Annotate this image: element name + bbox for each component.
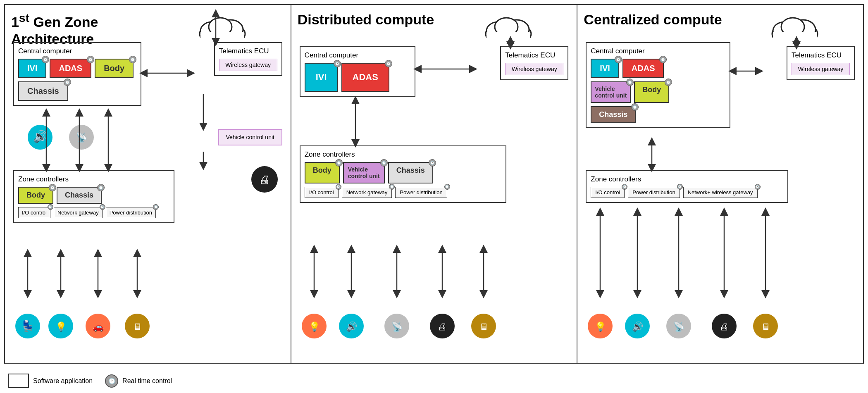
- telematics-3: Telematics ECU Wireless gateway: [787, 46, 855, 80]
- zc-body-1: Body 🕐: [18, 187, 53, 204]
- chip-adas-1: ADAS 🕐: [50, 59, 91, 78]
- icon-speaker-3: 🔊: [625, 314, 650, 340]
- small-netwireless-3: Network+ wireless gateway 🕐: [683, 187, 758, 198]
- zc2-label: Zone controllers: [305, 150, 501, 159]
- icon-headlight-1: 💡: [48, 314, 73, 340]
- clock-ivi-1: 🕐: [42, 56, 49, 63]
- icon-headlight-3: 💡: [588, 314, 613, 340]
- icon-circuit-2: 🖥: [471, 314, 496, 340]
- legend-realtime-label: Real time control: [122, 377, 172, 385]
- chip-ivi-3: IVI 🕐: [591, 59, 619, 78]
- clock-adas-1: 🕐: [87, 56, 94, 63]
- panel-centralized: Centralized compute Central computer IVI…: [577, 5, 863, 363]
- chip-adas-3: ADAS 🕐: [622, 59, 664, 78]
- svg-text:🔊: 🔊: [632, 321, 644, 332]
- cloud-icon-1: [196, 11, 249, 46]
- svg-text:💡: 💡: [308, 321, 320, 332]
- clock-zcbody-1: 🕐: [49, 184, 56, 191]
- icon-printer-1: 🖨: [251, 166, 278, 195]
- cloud-icon-2: [482, 11, 535, 46]
- clock-ivi-2: 🕐: [334, 60, 341, 67]
- central-computer-2: Central computer IVI 🕐 ADAS 🕐: [300, 46, 415, 97]
- chip-body-3: Body 🕐: [634, 81, 669, 103]
- svg-text:🖨: 🖨: [720, 322, 729, 332]
- svg-text:🖥: 🖥: [133, 322, 142, 332]
- icon-wifi-1: 📡: [69, 125, 94, 151]
- central-computer-1: Central computer IVI 🕐 ADAS 🕐 Body 🕐 Cha…: [13, 42, 141, 106]
- telematics-1-label: Telematics ECU: [219, 47, 277, 55]
- svg-text:💺: 💺: [21, 319, 35, 333]
- small-powerdist-1: Power distribution 🕐: [106, 207, 156, 218]
- small-powerdist-2: Power distribution 🕐: [395, 187, 447, 198]
- small-netgw-1: Network gateway 🕐: [54, 207, 103, 218]
- svg-text:📡: 📡: [76, 132, 88, 143]
- chip-body-1: Body 🕐: [95, 59, 134, 78]
- clock-zcchassis-1: 🕐: [97, 184, 105, 191]
- icon-seat-1: 💺: [15, 314, 40, 340]
- icon-speaker-1: 🔊: [28, 125, 52, 151]
- svg-text:🔊: 🔊: [346, 321, 357, 332]
- small-io-3: I/O control 🕐: [591, 187, 625, 198]
- icon-car-1: 🚗: [86, 314, 110, 340]
- svg-rect-57: [773, 32, 817, 44]
- svg-text:💡: 💡: [595, 321, 606, 332]
- zc-chassis-1: Chassis 🕐: [57, 187, 102, 204]
- small-powerdist-3: Power distribution 🕐: [628, 187, 680, 198]
- legend-software-label: Software application: [33, 377, 93, 385]
- wireless-gw-3: Wireless gateway: [792, 63, 850, 75]
- chip-ivi-2: IVI 🕐: [305, 63, 338, 92]
- central-computer-3: Central computer IVI 🕐 ADAS 🕐 Vehiclecon…: [586, 42, 730, 128]
- svg-text:🖥: 🖥: [479, 322, 488, 332]
- icon-cpu-3: 🖨: [712, 314, 737, 340]
- chip-ivi-1: IVI 🕐: [18, 59, 46, 78]
- zc-vcu-2: Vehiclecontrol unit 🕐: [343, 162, 385, 183]
- vcu-1-label: Vehicle control unit: [224, 134, 277, 141]
- telematics-2-label: Telematics ECU: [505, 51, 563, 60]
- legend-realtime-icon: 🕐: [105, 374, 118, 388]
- svg-text:📡: 📡: [391, 321, 403, 332]
- wireless-gw-2: Wireless gateway: [505, 63, 563, 75]
- chip-chassis-1: Chassis 🕐: [18, 81, 68, 101]
- icon-wifi-3: 📡: [666, 314, 691, 340]
- legend-realtime: 🕐 Real time control: [105, 374, 172, 388]
- telematics-2: Telematics ECU Wireless gateway: [500, 46, 568, 80]
- zc-body-2: Body 🕐: [305, 162, 340, 183]
- svg-text:🖨: 🖨: [259, 173, 270, 186]
- icon-circuit-3: 🖥: [753, 314, 778, 340]
- icon-wifi-2: 📡: [384, 314, 409, 340]
- svg-text:🖨: 🖨: [438, 322, 447, 332]
- clock-chassis-1: 🕐: [64, 79, 71, 86]
- svg-text:🔊: 🔊: [33, 130, 48, 143]
- cc1-label: Central computer: [18, 47, 136, 55]
- legend-software-box: [8, 374, 29, 388]
- legend: Software application 🕐 Real time control: [8, 374, 172, 388]
- icon-cpu-1: 🖥: [125, 314, 150, 340]
- chip-vcu-3: Vehiclecontrol unit 🕐: [591, 81, 631, 103]
- clock-zcvcu-2: 🕐: [380, 159, 388, 167]
- telematics-3-label: Telematics ECU: [792, 51, 850, 60]
- svg-text:💡: 💡: [55, 321, 67, 332]
- zc1-label: Zone controllers: [18, 175, 169, 183]
- zone-controllers-3: Zone controllers I/O control 🕐 Power dis…: [586, 170, 788, 203]
- zc-chassis-2: Chassis 🕐: [388, 162, 433, 183]
- clock-body-1: 🕐: [129, 56, 136, 63]
- zc3-label: Zone controllers: [591, 175, 783, 183]
- vehicle-control-1: Vehicle control unit: [218, 129, 282, 145]
- clock-zcchassis-2: 🕐: [429, 159, 436, 167]
- cc2-label: Central computer: [305, 51, 410, 60]
- icon-cpu-2: 🖨: [430, 314, 455, 340]
- chip-chassis-3: Chassis 🕐: [591, 106, 636, 123]
- svg-text:📡: 📡: [673, 321, 685, 332]
- telematics-1: Telematics ECU Wireless gateway: [214, 42, 282, 76]
- icon-headlight-2: 💡: [302, 314, 327, 340]
- small-io-2: I/O control 🕐: [305, 187, 339, 198]
- svg-text:🚗: 🚗: [93, 321, 104, 332]
- clock-zcbody-2: 🕐: [335, 159, 343, 167]
- clock-adas-2: 🕐: [385, 60, 392, 67]
- small-io-1: I/O control 🕐: [18, 207, 50, 218]
- chip-adas-2: ADAS 🕐: [341, 63, 389, 92]
- zone-controllers-2: Zone controllers Body 🕐 Vehiclecontrol u…: [300, 145, 506, 203]
- svg-text:🖥: 🖥: [761, 322, 770, 332]
- cc3-label: Central computer: [591, 47, 725, 55]
- cloud-icon-3: [768, 11, 822, 46]
